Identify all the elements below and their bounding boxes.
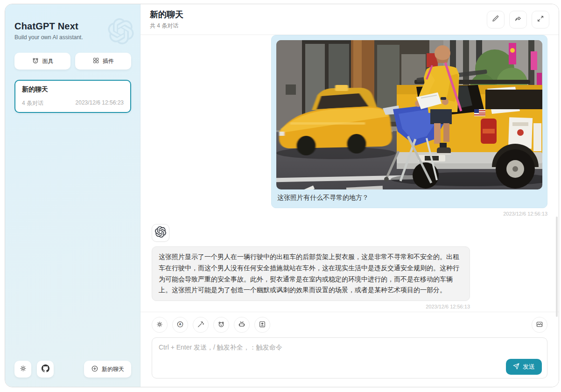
chat-scrollbar-thumb[interactable] (556, 217, 558, 317)
plugins-button[interactable]: 插件 (75, 53, 131, 70)
taxi-ironing-photo[interactable] (276, 40, 542, 189)
bot-avatar (152, 224, 169, 242)
import-icon (259, 321, 266, 329)
chat-item-time: 2023/12/6 12:56:23 (76, 99, 124, 107)
auto-theme-icon: A (176, 321, 184, 329)
chat-list-item-selected[interactable]: 新的聊天 4 条对话 2023/12/6 12:56:23 (14, 80, 131, 113)
send-button-label: 发送 (523, 363, 535, 371)
bot-message-timestamp: 2023/12/6 12:56:13 (152, 304, 470, 309)
bot-message: 这张照片显示了一个男人在一辆行驶中的出租车的后部货架上熨衣服，这是非常不寻常和不… (152, 224, 547, 309)
openai-logo-icon (155, 226, 166, 239)
chat-input[interactable] (152, 337, 547, 378)
chat-body: 这张照片有什么不寻常的地方？ 2023/12/6 12:56:13 这张照片显示… (140, 35, 559, 312)
share-chat-button[interactable] (509, 11, 527, 28)
github-icon (42, 364, 49, 374)
settings-gear-icon (156, 321, 163, 329)
settings-button[interactable] (14, 361, 31, 378)
chat-item-count: 4 条对话 (22, 99, 43, 107)
share-icon (514, 15, 522, 24)
fullscreen-button[interactable] (532, 11, 549, 28)
user-message-text: 这张照片有什么不寻常的地方？ (276, 189, 542, 203)
paper-plane-icon (513, 363, 519, 371)
user-message: 这张照片有什么不寻常的地方？ 2023/12/6 12:56:13 (152, 35, 547, 217)
send-button[interactable]: 发送 (506, 359, 542, 375)
image-upload-button[interactable] (532, 317, 547, 333)
chat-title: 新的聊天 (150, 9, 183, 20)
chat-subtitle: 共 4 条对话 (150, 22, 183, 30)
chat-header: 新的聊天 共 4 条对话 (140, 4, 559, 35)
openai-logo-watermark (108, 18, 134, 46)
mask-icon (32, 57, 39, 66)
bot-message-text: 这张照片显示了一个男人在一辆行驶中的出租车的后部货架上熨衣服，这是非常不寻常和不… (152, 246, 470, 301)
svg-text:A: A (179, 322, 182, 326)
add-circle-icon (91, 365, 98, 374)
user-message-timestamp: 2023/12/6 12:56:13 (503, 211, 547, 217)
edit-pencil-icon (492, 15, 499, 24)
chat-settings-button[interactable] (152, 317, 168, 333)
theme-toggle-button[interactable]: A (172, 317, 188, 333)
plugins-grid-icon (92, 57, 99, 65)
fullscreen-icon (537, 15, 544, 24)
app-window: ChatGPT Next Build your own AI assistant… (5, 4, 559, 387)
robot-icon (238, 321, 245, 329)
composer-toolbar: A (152, 317, 547, 333)
import-button[interactable] (254, 317, 270, 333)
new-chat-button-label: 新的聊天 (102, 365, 124, 373)
plugins-button-label: 插件 (103, 57, 114, 65)
image-icon (536, 321, 543, 329)
github-button[interactable] (37, 361, 54, 378)
masks-button[interactable]: 面具 (14, 53, 70, 70)
chat-panel: 新的聊天 共 4 条对话 (140, 4, 559, 387)
masks-button-label: 面具 (42, 57, 54, 65)
user-bubble: 这张照片有什么不寻常的地方？ (271, 35, 547, 208)
model-robot-button[interactable] (234, 317, 250, 333)
rename-chat-button[interactable] (487, 11, 505, 28)
sidebar: ChatGPT Next Build your own AI assistant… (5, 4, 140, 387)
new-chat-button[interactable]: 新的聊天 (84, 361, 131, 378)
prompt-hints-button[interactable] (193, 317, 209, 333)
settings-gear-icon (19, 364, 27, 374)
masks-toolbar-button[interactable] (213, 317, 229, 333)
composer-panel: A (140, 312, 559, 387)
mask-icon (217, 321, 225, 329)
chat-item-title: 新的聊天 (22, 85, 124, 94)
magic-wand-icon (197, 321, 204, 329)
